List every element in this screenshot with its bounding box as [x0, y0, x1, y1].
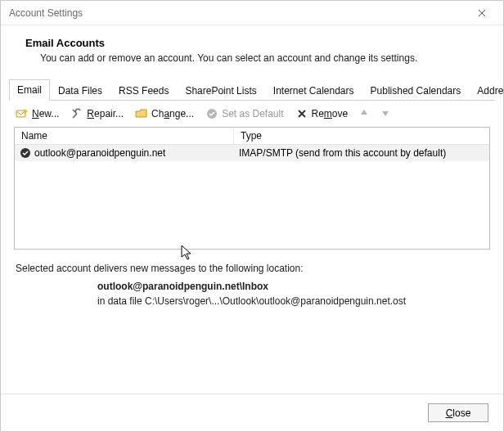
tools-icon: [70, 107, 83, 120]
header: Email Accounts You can add or remove an …: [1, 25, 503, 72]
accounts-list[interactable]: Name Type outlook@paranoidpenguin.net IM…: [14, 127, 490, 250]
delivery-location: outlook@paranoidpenguin.net\Inbox: [16, 274, 493, 292]
change-button[interactable]: Change...: [133, 106, 196, 121]
titlebar: Account Settings: [1, 1, 503, 25]
new-button[interactable]: New...: [14, 106, 61, 121]
delivery-text: Selected account delivers new messages t…: [16, 263, 493, 274]
header-title: Email Accounts: [25, 37, 498, 49]
account-settings-window: Account Settings Email Accounts You can …: [0, 0, 504, 432]
tab-email[interactable]: Email: [9, 79, 50, 101]
column-type[interactable]: Type: [234, 128, 489, 144]
set-default-button: Set as Default: [204, 106, 285, 121]
account-type: IMAP/SMTP (send from this account by def…: [234, 145, 489, 161]
header-subtitle: You can add or remove an account. You ca…: [25, 49, 498, 64]
default-account-check-icon: [20, 147, 31, 159]
move-down-icon: [379, 107, 392, 120]
tab-address-books[interactable]: Address Books: [469, 80, 504, 101]
delivery-path: in data file C:\Users\roger\...\Outlook\…: [16, 292, 493, 307]
list-header: Name Type: [15, 128, 489, 145]
tab-data-files[interactable]: Data Files: [50, 80, 110, 101]
column-name[interactable]: Name: [15, 128, 234, 144]
account-name: outlook@paranoidpenguin.net: [34, 147, 165, 159]
tab-internet-calendars[interactable]: Internet Calendars: [265, 80, 362, 101]
toolbar: New... Repair... Change...: [9, 101, 495, 127]
check-circle-icon: [205, 107, 218, 120]
tab-rss-feeds[interactable]: RSS Feeds: [110, 80, 177, 101]
tab-published-calendars[interactable]: Published Calendars: [362, 80, 470, 101]
window-title: Account Settings: [9, 7, 466, 19]
folder-gear-icon: [135, 107, 148, 120]
footer: Close: [1, 394, 503, 431]
table-row[interactable]: outlook@paranoidpenguin.net IMAP/SMTP (s…: [15, 145, 489, 161]
close-button[interactable]: Close: [428, 403, 488, 422]
repair-button[interactable]: Repair...: [69, 106, 125, 121]
envelope-sparkle-icon: [16, 107, 29, 120]
close-icon[interactable]: [466, 2, 498, 25]
tab-sharepoint-lists[interactable]: SharePoint Lists: [177, 80, 264, 101]
move-up-icon: [358, 107, 371, 120]
remove-button[interactable]: Remove: [294, 106, 350, 121]
delivery-info: Selected account delivers new messages t…: [1, 250, 503, 307]
tabstrip: Email Data Files RSS Feeds SharePoint Li…: [9, 79, 495, 101]
x-icon: [295, 107, 308, 120]
